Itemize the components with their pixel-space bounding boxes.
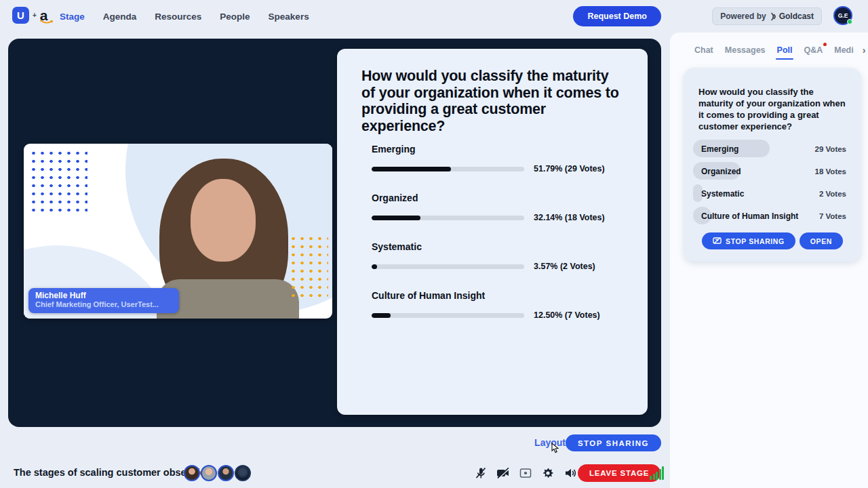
speaker-avatar[interactable] [218,465,234,481]
speaker-icon[interactable] [562,465,578,481]
notification-dot-icon [823,43,827,46]
tab-messages[interactable]: Messages [725,45,766,60]
engagement-sidebar: Chat Messages Poll Q&A Medi › How would … [670,33,868,488]
poll-option-row: Culture of Human Insight 12.50% (7 Votes… [372,290,629,320]
tab-media[interactable]: Medi [834,45,853,60]
poll-results-list: Emerging 51.79% (29 Votes) Organized 32.… [372,144,629,339]
main-nav: Stage Agenda Resources People Speakers [60,0,309,33]
powered-by-badge[interactable]: Powered by Goldcast [712,7,822,25]
poll-option-label: Culture of Human Insight [372,290,629,301]
event-logo: U + a [12,7,48,24]
sidebar-vote-count: 2 Votes [819,190,846,198]
orange-dot-grid-decoration [289,235,328,297]
tab-qa[interactable]: Q&A [804,45,823,60]
poll-option-row: Emerging 51.79% (29 Votes) [372,144,629,174]
poll-question: How would you classify the maturity of y… [361,68,626,135]
user-avatar[interactable]: G.E [833,6,852,25]
nav-resources[interactable]: Resources [155,12,201,22]
poll-bar-fill [372,264,377,269]
mic-off-icon[interactable] [473,465,489,481]
leave-stage-button[interactable]: LEAVE STAGE [578,464,660,482]
poll-option-label: Organized [372,192,629,203]
avatar-initials: G.E [838,12,848,19]
sidebar-option-label: Organized [698,167,741,176]
sidebar-option-label: Emerging [698,144,738,154]
speaker-video-tile[interactable]: Michelle Huff Chief Marketing Officer, U… [24,144,332,319]
goldcast-logo-icon [770,12,778,21]
logo-plus-sign: + [33,12,37,19]
speaker-avatar[interactable] [235,465,251,481]
sidebar-poll-row: Culture of Human Insight 7 Votes [698,205,846,227]
poll-option-row: Organized 32.14% (18 Votes) [372,192,629,222]
poll-result-text: 32.14% (18 Votes) [534,213,605,222]
sidebar-option-label: Culture of Human Insight [698,211,798,221]
top-bar: U + a Stage Agenda Resources People Spea… [0,0,868,33]
amazon-logo-icon: a [40,8,48,22]
tab-chat[interactable]: Chat [694,45,713,60]
sidebar-tabs: Chat Messages Poll Q&A Medi › [694,45,860,60]
signal-bars-icon [650,466,664,480]
nav-stage[interactable]: Stage [60,12,85,22]
amazon-smile-icon [40,20,54,25]
goldcast-brand: Goldcast [770,12,814,21]
powered-by-label: Powered by [720,12,766,21]
poll-option-label: Systematic [372,241,629,252]
poll-result-text: 12.50% (7 Votes) [534,310,600,320]
poll-option-label: Emerging [372,144,629,155]
request-demo-button[interactable]: Request Demo [573,6,661,26]
mouse-cursor-icon [549,443,559,455]
stop-sharing-button[interactable]: STOP SHARING [566,434,661,451]
usertesting-logo-icon: U [12,7,29,24]
speaker-title: Chief Marketing Officer, UserTest... [35,300,172,310]
tab-poll[interactable]: Poll [777,45,793,60]
poll-option-row: Systematic 3.57% (2 Votes) [372,241,629,271]
sidebar-poll-options: Emerging 29 Votes Organized 18 Votes Sys… [698,138,846,227]
media-controls [473,465,578,481]
camera-off-icon[interactable] [495,465,511,481]
nav-speakers[interactable]: Speakers [269,12,309,22]
share-controls-bar: Layout ▾ STOP SHARING [8,434,661,455]
stage-canvas: Michelle Huff Chief Marketing Officer, U… [8,39,661,427]
speaker-face [191,179,256,262]
blue-dot-grid-decoration [29,149,87,211]
speaker-avatar[interactable] [201,465,217,481]
session-title: The stages of scaling customer obsession [14,467,212,478]
shared-poll-card: How would you classify the maturity of y… [337,49,648,415]
tabs-overflow-chevron-icon[interactable]: › [863,45,866,60]
poll-result-text: 3.57% (2 Votes) [534,262,595,271]
nav-agenda[interactable]: Agenda [103,12,137,22]
sidebar-poll-row: Organized 18 Votes [698,160,846,182]
speaker-avatars [184,465,251,481]
sidebar-poll-row: Emerging 29 Votes [698,138,846,160]
sidebar-vote-count: 7 Votes [819,212,846,220]
sidebar-stop-sharing-button[interactable]: STOP SHARING [702,232,795,249]
sidebar-open-button[interactable]: OPEN [800,232,843,249]
sidebar-vote-count: 29 Votes [815,145,846,153]
poll-result-text: 51.79% (29 Votes) [534,164,605,174]
sidebar-poll-card: How would you classify the maturity of y… [684,68,861,262]
speaker-avatar[interactable] [184,465,200,481]
poll-bar-fill [372,313,391,318]
poll-bar-fill [372,167,451,171]
sidebar-poll-question: How would you classify the maturity of y… [684,68,861,133]
sidebar-vote-count: 18 Votes [815,167,846,176]
sidebar-option-label: Systematic [698,189,744,199]
sidebar-poll-row: Systematic 2 Votes [698,182,846,205]
online-status-dot [847,19,852,24]
poll-bar-fill [372,216,420,220]
poll-bar-track [372,216,524,220]
speaker-nametag: Michelle Huff Chief Marketing Officer, U… [28,288,179,313]
speaker-name: Michelle Huff [35,291,172,300]
screen-slash-icon [713,237,722,245]
bottom-control-bar: The stages of scaling customer obsession… [0,460,868,488]
poll-bar-track [372,264,524,269]
screen-share-icon[interactable] [517,465,534,481]
poll-bar-track [372,167,524,171]
nav-people[interactable]: People [220,12,250,22]
gear-icon[interactable] [540,465,556,481]
sidebar-poll-actions: STOP SHARING OPEN [684,232,861,249]
poll-bar-track [372,313,524,318]
